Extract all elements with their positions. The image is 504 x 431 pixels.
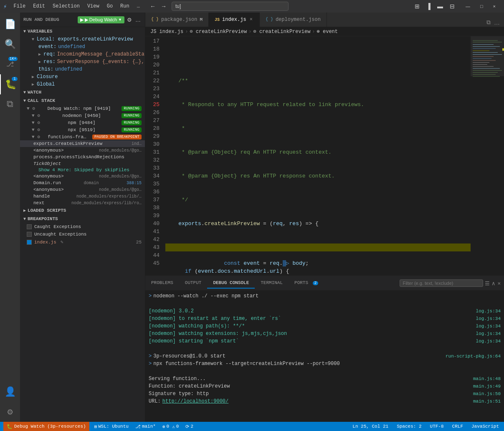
breakpoints-header[interactable]: ▼ BREAKPOINTS <box>20 215 145 223</box>
var-req[interactable]: ▶ req: IncomingMessage {_readableState:… <box>20 51 145 58</box>
bp-uncaught-exceptions[interactable]: Uncaught Exceptions <box>20 231 145 238</box>
activity-settings[interactable]: ⚙ <box>0 402 20 422</box>
code-editor[interactable]: 17 18 19 20 21 22 23 24 25 26 27 28 29 3… <box>145 36 471 276</box>
console-link-8[interactable]: main.js:49 <box>473 383 501 390</box>
panel-tab-debug-console[interactable]: DEBUG CONSOLE <box>207 278 255 289</box>
callstack-skipped-files[interactable]: Show 4 More: Skipped by skipFiles <box>20 167 145 173</box>
callstack-npm-9419[interactable]: ▼ ⚙ Debug Watch: npm [9419] RUNNING <box>20 105 145 112</box>
activity-extensions[interactable]: ⧉ <box>0 94 20 114</box>
breadcrumb-event[interactable]: ⊕ event <box>317 28 338 35</box>
callstack-frame-anonymous2[interactable]: <anonymous> node_modules/@go… <box>20 173 145 180</box>
activity-git[interactable]: ⎇ 1K+ <box>0 54 20 74</box>
status-branch[interactable]: ⎇ main* <box>134 424 157 429</box>
bp-caught-checkbox[interactable] <box>27 224 32 229</box>
console-link-6[interactable]: run-script-pkg.js:64 <box>446 352 501 360</box>
debug-more-button[interactable]: … <box>134 16 142 24</box>
panel-tab-problems[interactable]: PROBLEMS <box>145 278 179 289</box>
more-tabs-button[interactable]: … <box>493 18 501 27</box>
bp-caught-exceptions[interactable]: Caught Exceptions <box>20 223 145 231</box>
loaded-scripts-header[interactable]: ▶ LOADED SCRIPTS <box>20 206 145 215</box>
code-content[interactable]: /** * Responds to any HTTP request relat… <box>163 36 471 276</box>
maximize-button[interactable]: □ <box>475 0 488 13</box>
tab-index-js[interactable]: JS index.js × <box>209 13 260 27</box>
menu-more[interactable]: … <box>134 3 143 10</box>
callstack-frame-processTicksAndRejections[interactable]: process.processTicksAndRejections <box>20 154 145 160</box>
minimize-button[interactable]: — <box>461 0 475 13</box>
var-res[interactable]: ▶ res: ServerResponse {_events: {…}, _e… <box>20 58 145 66</box>
console-link-4[interactable]: log.js:34 <box>476 330 501 337</box>
activity-search[interactable]: 🔍 <box>0 34 20 54</box>
callstack-header[interactable]: ▼ CALL STACK <box>20 96 145 105</box>
status-encoding[interactable]: UTF-8 <box>428 424 446 429</box>
callstack-functions-fra[interactable]: ▼ ⚙ functions-fra… PAUSED ON BREAKPOINT <box>20 133 145 140</box>
activity-explorer[interactable]: 📄 <box>0 14 20 34</box>
callstack-frame-anonymous1[interactable]: <anonymous> node_modules/@go… <box>20 147 145 154</box>
debug-run-button[interactable]: ▶ ▶ Debug Watch ▼ <box>78 16 124 23</box>
tab-package-json[interactable]: { } package.json M <box>145 13 209 27</box>
breadcrumb-createLinkPreview1[interactable]: ⊙ createLinkPreview <box>190 28 247 35</box>
callstack-frame-next[interactable]: next node_modules/express/lib/ro… <box>20 200 145 206</box>
console-link-1[interactable]: log.js:34 <box>476 307 501 315</box>
bp-index-js[interactable]: index.js ✎ 25 <box>20 238 145 246</box>
forward-button[interactable]: → <box>159 2 168 10</box>
var-this[interactable]: this: undefined <box>20 66 145 73</box>
callstack-nodemon-9450[interactable]: ▼ ⚙ nodemon [9450] RUNNING <box>20 112 145 119</box>
activity-accounts[interactable]: 👤 <box>0 382 20 402</box>
bp-indexjs-checkbox[interactable] <box>27 240 32 245</box>
menu-edit[interactable]: Edit <box>30 3 48 10</box>
menu-selection[interactable]: Selection <box>49 3 83 10</box>
close-button[interactable]: × <box>488 0 501 13</box>
layout-toggle-button[interactable]: ⊞ <box>412 2 422 10</box>
callstack-frame-domain-run[interactable]: Domain.run domain 388:15 <box>20 180 145 186</box>
panel-tab-output[interactable]: OUTPUT <box>179 278 208 289</box>
variables-header[interactable]: ▼ VARIABLES <box>20 27 145 35</box>
panel-collapse-button[interactable]: ∧ <box>491 280 496 286</box>
console-link-3[interactable]: log.js:34 <box>476 322 501 330</box>
tab-index-js-close[interactable]: × <box>249 16 253 23</box>
var-closure[interactable]: ▶ Closure <box>20 73 145 81</box>
console-link-9[interactable]: main.js:50 <box>473 390 501 398</box>
tab-deployment-json[interactable]: { } deployment.json <box>260 13 327 27</box>
layout-options-button[interactable]: ⊟ <box>447 2 457 10</box>
variables-local-group[interactable]: ▼ Local: exports.createLinkPreview <box>20 35 145 43</box>
console-url-link[interactable]: http://localhost:9000/ <box>162 398 228 405</box>
debug-console[interactable]: > nodemon --watch ./ --exec npm start [n… <box>145 291 504 422</box>
callstack-frame-createLinkPreview[interactable]: exports.createLinkPreview ind… <box>20 140 145 147</box>
console-link-2[interactable]: log.js:34 <box>476 315 501 322</box>
status-line-ending[interactable]: CRLF <box>451 424 465 429</box>
menu-view[interactable]: View <box>84 3 103 10</box>
panel-toggle-button[interactable]: ▬ <box>435 2 446 10</box>
var-event[interactable]: event: undefined <box>20 43 145 51</box>
callstack-frame-handle[interactable]: handle node_modules/express/lib/… <box>20 193 145 200</box>
back-button[interactable]: ← <box>148 2 157 10</box>
watch-header[interactable]: ▼ WATCH <box>20 88 145 96</box>
status-position[interactable]: Ln 25, Col 21 <box>351 424 390 429</box>
status-spaces[interactable]: Spaces: 2 <box>395 424 423 429</box>
callstack-npx-9519[interactable]: ▼ ⚙ npx [9519] RUNNING <box>20 126 145 133</box>
panel-tab-ports[interactable]: PORTS 2 <box>289 278 324 289</box>
console-link-7[interactable]: main.js:48 <box>473 375 501 383</box>
panel-close-button[interactable]: × <box>497 280 501 286</box>
callstack-frame-anonymous3[interactable]: <anonymous> node_modules/@go… <box>20 186 145 193</box>
breadcrumb-file[interactable]: JS index.js <box>150 29 183 35</box>
bp-uncaught-checkbox[interactable] <box>27 232 32 237</box>
split-editor-button[interactable]: ⧉ <box>486 18 491 27</box>
console-filter-input[interactable] <box>400 279 483 287</box>
status-wsl[interactable]: ⊞ WSL: Ubuntu <box>93 424 130 429</box>
status-workers[interactable]: ⟳ 2 <box>184 424 195 429</box>
callstack-npm-9484[interactable]: ▼ ⚙ npm [9484] RUNNING <box>20 119 145 126</box>
sidebar-toggle-button[interactable]: ▐ <box>424 2 433 10</box>
menu-file[interactable]: File <box>10 3 29 10</box>
breadcrumb-createLinkPreview2[interactable]: ⊙ createLinkPreview <box>253 28 310 35</box>
debug-settings-button[interactable]: ⚙ <box>126 16 133 24</box>
callstack-frame-tickobject[interactable]: TickObject <box>20 160 145 167</box>
status-debug[interactable]: 🐛 Debug Watch (3p-resources) <box>3 422 89 431</box>
menu-run[interactable]: Run <box>117 3 133 10</box>
status-errors[interactable]: ⊗ 0 ⚠ 0 <box>161 424 180 429</box>
status-language[interactable]: JavaScript <box>470 424 501 429</box>
menu-go[interactable]: Go <box>104 3 116 10</box>
search-input[interactable] <box>172 2 289 11</box>
var-global[interactable]: ▶ Global <box>20 81 145 88</box>
console-link-5[interactable]: log.js:34 <box>476 337 501 345</box>
console-link-10[interactable]: main.js:51 <box>473 398 501 405</box>
